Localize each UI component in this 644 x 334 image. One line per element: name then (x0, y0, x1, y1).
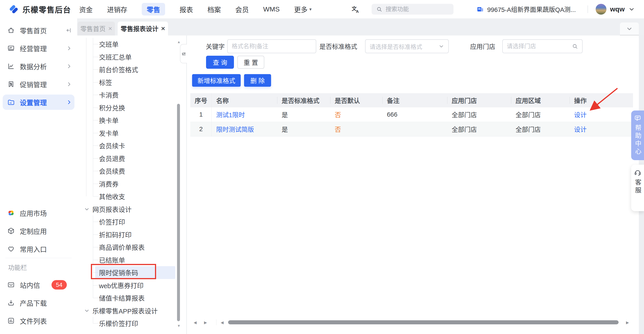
topnav-item-label: 档案 (208, 4, 221, 14)
tree-item-3[interactable]: 前台价签格式 (77, 63, 186, 76)
tab-overflow-button[interactable] (620, 22, 639, 35)
tree-item-16[interactable]: 折扣码打印 (77, 228, 186, 241)
tree-item-23[interactable]: 乐檬价签打印 (77, 317, 186, 330)
cell-remark (382, 122, 447, 136)
tree-item-label: web优惠券打印 (99, 281, 144, 290)
hscroll-right-arrow[interactable]: ▸ (626, 320, 629, 325)
topnav-item-label: 零售 (147, 4, 160, 14)
help-center-tab[interactable]: 帮助中心 (631, 111, 644, 160)
name-link[interactable]: 测试1限时 (212, 107, 277, 122)
tab-1[interactable]: 零售首页× (78, 21, 115, 35)
topnav-item-4[interactable]: 报表 (180, 4, 193, 14)
promotion-icon (7, 80, 15, 89)
tree-expand-icon[interactable] (84, 308, 90, 314)
apply-store-input-field[interactable] (507, 43, 572, 50)
tree-item-19[interactable]: 限时促销条码 (77, 266, 186, 279)
tree-item-7[interactable]: 换卡单 (77, 114, 186, 127)
tree-item-5[interactable]: 卡消费 (77, 89, 186, 101)
tree-item-1[interactable]: 交班单 (77, 38, 186, 50)
tree-item-12[interactable]: 消费券 (77, 177, 186, 190)
tree-scroll-down-button[interactable]: ▼ (177, 324, 180, 328)
tree-scroll-up-button[interactable]: ▲ (177, 40, 180, 44)
heart-icon (7, 245, 15, 253)
sidebar-tool-3[interactable]: 文件列表 (0, 312, 77, 330)
tree-item-label: 积分兑换 (99, 103, 125, 112)
topnav-item-8[interactable]: 更多▾ (294, 4, 312, 14)
sidebar-item-3[interactable]: 数据分析 (0, 57, 77, 75)
hscroll-page-left-button[interactable]: ◂ (194, 320, 196, 325)
global-search-input[interactable] (386, 6, 449, 13)
tab-2[interactable]: 零售报表设计× (118, 21, 168, 35)
topnav-item-1[interactable]: 资金 (79, 4, 93, 14)
sidebar-item-2[interactable]: 经营管理 (0, 39, 77, 57)
keyword-input-field[interactable] (232, 43, 312, 50)
column-header-name: 名称 (212, 93, 277, 107)
reset-button[interactable]: 重 置 (237, 56, 264, 69)
tree-item-20[interactable]: web优惠券打印 (77, 279, 186, 292)
top-nav-menu: 资金进销存零售报表档案会员WMS更多▾ (79, 0, 312, 18)
hscroll-left-arrow[interactable]: ◂ (221, 320, 224, 325)
tree-item-13[interactable]: 其他收支 (77, 190, 186, 203)
hscroll-thumb[interactable] (228, 320, 618, 324)
delete-button[interactable]: 删 除 (244, 74, 271, 87)
tree-item-15[interactable]: 价签打印 (77, 215, 186, 228)
tree-item-14[interactable]: 网页报表设计 (77, 203, 186, 216)
standard-format-select[interactable]: 请选择是否标准格式 (365, 39, 449, 53)
topnav-item-6[interactable]: 会员 (235, 4, 249, 14)
topnav-item-2[interactable]: 进销存 (107, 4, 127, 14)
tree-item-label: 价签打印 (99, 217, 125, 226)
tree-item-21[interactable]: 储值卡结算报表 (77, 292, 186, 304)
tree-item-22[interactable]: 乐檬零售APP报表设计 (77, 304, 186, 317)
customer-service-tab[interactable]: 客服 (631, 165, 644, 211)
tree-item-label: 折扣码打印 (99, 230, 132, 239)
tree-expand-icon[interactable] (84, 206, 90, 212)
tree-item-4[interactable]: 标签 (77, 76, 186, 89)
tree-item-2[interactable]: 交班汇总单 (77, 50, 186, 63)
tree-item-17[interactable]: 商品调价单报表 (77, 241, 186, 254)
name-link[interactable]: 限时测试简版 (212, 122, 277, 136)
topnav-item-3[interactable]: 零售 (142, 3, 165, 15)
sidebar-tool-2[interactable]: 产品下载 (0, 294, 77, 312)
topnav-item-5[interactable]: 档案 (208, 4, 221, 14)
tree-item-6[interactable]: 积分兑换 (77, 101, 186, 114)
sidebar-app-3[interactable]: 常用入口 (0, 240, 77, 258)
keyword-input[interactable] (227, 39, 316, 53)
unread-count-badge: 54 (52, 280, 67, 290)
sidebar-item-4[interactable]: 促销管理 (0, 75, 77, 93)
page-tab-bar: 零售首页×零售报表设计× (77, 18, 644, 35)
sidebar-item-label: 设置管理 (20, 97, 47, 107)
sidebar-item-5[interactable]: 设置管理 (0, 93, 77, 111)
sidebar-app-2[interactable]: 定制应用 (0, 222, 77, 240)
sidebar-app-1[interactable]: 应用市场 (0, 204, 77, 222)
user-menu[interactable]: wqw (596, 0, 635, 18)
column-header-action: 操作 (570, 93, 633, 107)
language-icon[interactable]: 文A (351, 5, 360, 13)
tree-item-10[interactable]: 会员退费 (77, 152, 186, 165)
apply-store-input[interactable] (502, 39, 582, 53)
search-icon (376, 6, 382, 12)
collapse-panel-handle[interactable] (180, 44, 187, 63)
tree-item-label: 会员续费 (99, 166, 125, 176)
sidebar-item-label: 常用入口 (20, 244, 47, 254)
sidebar-item-1[interactable]: 零售首页 (0, 21, 77, 39)
tree-item-11[interactable]: 会员续费 (77, 165, 186, 177)
standard-format-placeholder: 请选择是否标准格式 (370, 42, 422, 50)
tab-close-icon[interactable]: × (161, 25, 165, 32)
tree-item-8[interactable]: 发卡单 (77, 127, 186, 140)
topnav-item-7[interactable]: WMS (263, 5, 280, 13)
design-link[interactable]: 设计 (570, 107, 633, 122)
tree-scrollbar-thumb[interactable] (177, 104, 180, 321)
column-header-is_default: 是否默认 (330, 93, 382, 107)
add-standard-format-button[interactable]: 新增标准格式 (192, 74, 241, 87)
search-button[interactable]: 查 询 (206, 56, 234, 69)
design-link[interactable]: 设计 (570, 122, 633, 136)
sidebar-collapse-icon[interactable] (66, 27, 72, 34)
store-selector[interactable]: 99675-A组新界面果蔬版QA测... (476, 0, 576, 18)
tab-close-icon[interactable]: × (108, 25, 112, 32)
sidebar-tool-1[interactable]: 站内信54 (0, 276, 77, 294)
app-logo[interactable]: 乐檬零售后台 (8, 0, 71, 18)
tree-item-9[interactable]: 会员续卡 (77, 139, 186, 152)
global-search[interactable] (372, 4, 454, 14)
chevron-down-icon (626, 25, 633, 32)
hscroll-page-right-button[interactable]: ▸ (204, 320, 207, 325)
